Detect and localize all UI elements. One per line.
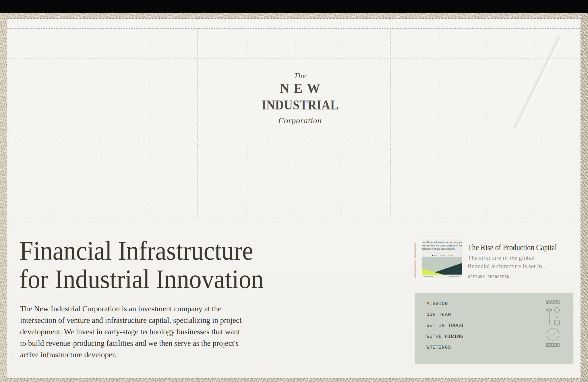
grid-line: [198, 59, 198, 139]
grid-line: [294, 139, 294, 218]
letterbox-bar: [0, 0, 588, 13]
description-line: to build revenue-producing facilities an…: [20, 337, 241, 349]
grid-line: [198, 18, 198, 20]
grid-line: [438, 59, 438, 139]
grid-line: [342, 28, 342, 59]
accent-rule-top: [415, 243, 415, 258]
thumbnail-caption-line: er efficient, low-carbon economy will be: [423, 241, 462, 244]
menu-item-mission[interactable]: MISSION: [426, 301, 463, 312]
grid-line: [150, 139, 150, 218]
grid-line: [534, 139, 534, 218]
grid-line: [246, 377, 246, 380]
grid-line: [438, 28, 438, 59]
grid-line: [534, 28, 534, 59]
accent-rule-bottom: [415, 261, 415, 278]
grid-line: [54, 139, 54, 218]
grid-line: [342, 139, 342, 218]
grid-line: [390, 18, 390, 20]
menu: MISSION OUR TEAM GET IN TOUCH WE'RE HIRI…: [426, 301, 463, 356]
grid-line: [102, 377, 102, 380]
survey-diamond-icon: [547, 308, 552, 325]
grid-line: [534, 59, 534, 139]
page-title: Financial Infrastructure for Industrial …: [20, 236, 264, 293]
page-title-line2: for Industrial Innovation: [20, 265, 264, 293]
grid-line: [486, 59, 486, 139]
thumbnail-caption-line: companies. As they scale, their capital …: [422, 244, 462, 247]
paper-crease: [495, 36, 581, 128]
logo-corporation: Corporation: [253, 117, 347, 125]
grid-line: [294, 377, 294, 380]
menu-item-our-team[interactable]: OUR TEAM: [426, 312, 463, 323]
grid-line: [342, 377, 342, 380]
grid-line: [198, 139, 198, 218]
article-author: GREGORY BERNSTEIN: [468, 275, 510, 279]
grid-line: [486, 377, 486, 380]
description-line: intersection of venture and infrastructu…: [20, 315, 241, 326]
hatch-bar-icon: [546, 300, 561, 304]
grid-line: [534, 18, 534, 20]
grid-line: [390, 28, 390, 59]
grid-line: [294, 18, 294, 20]
company-description: The New Industrial Corporation is an inv…: [20, 303, 241, 360]
article-excerpt: The structure of the global financial ar…: [468, 254, 547, 270]
grid-line: [246, 28, 246, 59]
thumbnail-caption-line: ements change dramatically.: [422, 247, 455, 250]
grid-line: [486, 139, 486, 218]
grid-line: [150, 59, 150, 139]
menu-item-get-in-touch[interactable]: GET IN TOUCH: [426, 323, 463, 334]
page-title-line1: Financial Infrastructure: [20, 236, 264, 265]
description-line: development. We invest in early-stage te…: [20, 326, 241, 337]
grid-line: [534, 377, 534, 380]
grid-line: [294, 28, 294, 59]
logo-the: The: [253, 72, 347, 80]
logo-industrial: INDUSTRIAL: [258, 98, 342, 112]
hatch-bar-icon: [546, 343, 561, 347]
grid-line: [246, 18, 246, 20]
article-thumbnail[interactable]: er efficient, low-carbon economy will be…: [422, 240, 462, 278]
grid-line: [102, 28, 102, 59]
grid-line: [246, 139, 246, 218]
menu-item-were-hiring[interactable]: WE'RE HIRING: [426, 334, 463, 345]
grid-line: [150, 377, 150, 380]
grid-line: [54, 18, 54, 20]
article-title[interactable]: The Rise of Production Capital: [468, 243, 571, 252]
page: The NEW INDUSTRIAL Corporation Financial…: [0, 0, 588, 382]
survey-icons: [546, 300, 561, 350]
grid-line: [54, 59, 54, 139]
grid-line: [486, 18, 486, 20]
menu-panel: MISSION OUR TEAM GET IN TOUCH WE'RE HIRI…: [415, 293, 573, 364]
grid-line: [102, 139, 102, 218]
menu-item-writings[interactable]: WRITINGS: [426, 345, 463, 356]
grid-line: [438, 377, 438, 380]
grid-line: [54, 377, 54, 380]
grid-line: [7, 59, 581, 59]
article-excerpt-line: The structure of the global: [468, 254, 547, 262]
framed-diamond-icon: [554, 320, 560, 325]
grid-line: [438, 139, 438, 218]
grid-line: [198, 377, 198, 380]
grid-line: [7, 218, 581, 218]
description-line: active infrastructure developer.: [20, 349, 241, 360]
grid-line: [198, 28, 198, 59]
grid-line: [102, 18, 102, 20]
logo: The NEW INDUSTRIAL Corporation: [253, 72, 347, 125]
logo-new: NEW: [253, 82, 347, 95]
paper-sheet: The NEW INDUSTRIAL Corporation Financial…: [7, 18, 581, 379]
grid-line: [54, 28, 54, 59]
article-excerpt-line: financial architecture is set in...: [468, 262, 547, 270]
grid-line: [342, 18, 342, 20]
compass-circle-icon: [547, 328, 559, 340]
thumbnail-area-chart: [422, 257, 462, 275]
grid-line: [390, 139, 390, 218]
grid-line: [438, 18, 438, 20]
grid-line: [486, 28, 486, 59]
grid-line: [102, 59, 102, 139]
survey-circle-icon: [555, 308, 560, 319]
grid-line: [150, 28, 150, 59]
description-line: The New Industrial Corporation is an inv…: [20, 303, 241, 315]
grid-line: [390, 377, 390, 380]
grid-line: [390, 59, 390, 139]
grid-line: [150, 18, 150, 20]
